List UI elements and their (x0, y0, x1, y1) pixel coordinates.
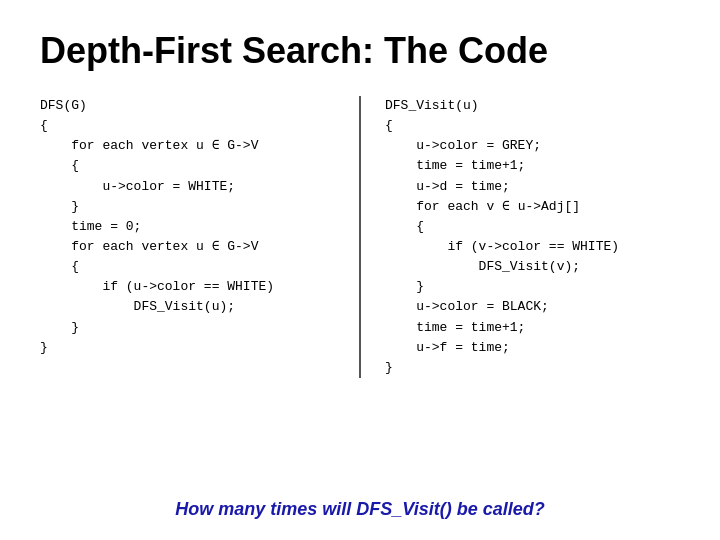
right-code-block: DFS_Visit(u) { u->color = GREY; time = t… (385, 96, 680, 378)
right-code-text: DFS_Visit(u) { u->color = GREY; time = t… (385, 96, 680, 378)
left-code-text: DFS(G) { for each vertex u ∈ G->V { u->c… (40, 96, 335, 358)
code-section: DFS(G) { for each vertex u ∈ G->V { u->c… (40, 96, 680, 378)
code-divider (359, 96, 361, 378)
footer-question: How many times will DFS_Visit() be calle… (0, 499, 720, 520)
slide-title: Depth-First Search: The Code (40, 30, 680, 72)
slide: Depth-First Search: The Code DFS(G) { fo… (0, 0, 720, 540)
left-code-block: DFS(G) { for each vertex u ∈ G->V { u->c… (40, 96, 335, 378)
